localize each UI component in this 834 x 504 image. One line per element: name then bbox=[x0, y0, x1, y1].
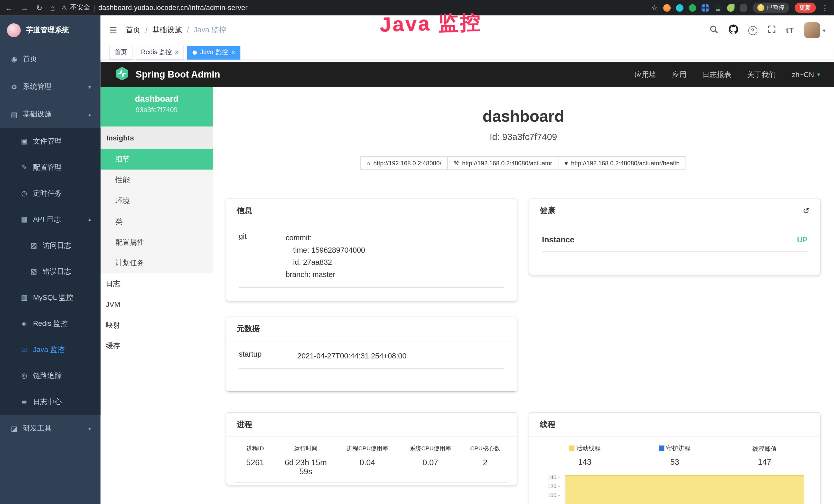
sba-item-classes[interactable]: 类 bbox=[101, 211, 213, 232]
sidebar-item-java-monitor[interactable]: ⊡ Java 监控 bbox=[0, 337, 101, 363]
help-icon[interactable]: ? bbox=[748, 26, 757, 35]
breadcrumb-home[interactable]: 首页 bbox=[126, 25, 140, 35]
back-icon[interactable]: ← bbox=[5, 3, 13, 12]
fullscreen-icon[interactable] bbox=[767, 25, 776, 36]
status-badge: UP bbox=[797, 235, 807, 244]
url-text[interactable]: dashboard.yudao.iocoder.cn/infra/admin-s… bbox=[98, 4, 248, 12]
sidebar-item-api-logs[interactable]: ▦ API 日志 ▴ bbox=[0, 206, 101, 232]
sba-nav-journal[interactable]: 日志报表 bbox=[702, 70, 731, 79]
sba-language-select[interactable]: zh~CN ▾ bbox=[792, 71, 820, 78]
close-icon[interactable]: × bbox=[231, 49, 235, 56]
process-table: 进程ID 5261 运行时间 6d 23h 15m 59s 进程CPU使用率 0… bbox=[226, 437, 517, 476]
sidebar-item-label: API 日志 bbox=[33, 215, 61, 224]
col-header: 运行时间 bbox=[279, 444, 333, 452]
grid-extension-icon[interactable] bbox=[701, 4, 709, 12]
sba-item-mappings[interactable]: 映射 bbox=[101, 315, 213, 336]
tab-java-monitor[interactable]: Java 监控 × bbox=[187, 45, 240, 59]
y-tick: 120 bbox=[540, 482, 563, 491]
sba-item-metrics[interactable]: 性能 bbox=[101, 170, 213, 190]
user-avatar[interactable] bbox=[804, 22, 820, 38]
github-icon[interactable] bbox=[728, 24, 738, 36]
process-col-system-cpu: 系统CPU使用率 0.07 bbox=[399, 444, 462, 476]
process-col-process-cpu: 进程CPU使用率 0.04 bbox=[336, 444, 399, 476]
font-size-icon[interactable]: tT bbox=[786, 26, 794, 35]
live-threads-area bbox=[565, 475, 804, 504]
col-value: 6d 23h 15m 59s bbox=[279, 458, 333, 476]
tab-redis-monitor[interactable]: Redis 监控 × bbox=[136, 45, 184, 59]
sba-instance-header[interactable]: dashboard 93a3fc7f7409 bbox=[101, 87, 213, 127]
browser-actions: ☆ on 已暂停 更新 ⋮ bbox=[651, 3, 829, 13]
gear-icon: ⚙ bbox=[10, 83, 18, 91]
metadata-card: 元数据 startup 2021-04-27T00:44:31.254+08:0… bbox=[226, 317, 517, 391]
sidebar-item-config-management[interactable]: ✎ 配置管理 bbox=[0, 154, 101, 180]
sidebar-item-infrastructure[interactable]: ▤ 基础设施 ▴ bbox=[0, 100, 101, 128]
tab-home[interactable]: 首页 bbox=[109, 45, 132, 59]
sba-item-environment[interactable]: 环境 bbox=[101, 190, 213, 211]
actuator-url-link[interactable]: ⚒ http://192.168.0.2:48080/actuator bbox=[447, 156, 558, 170]
sidebar-item-redis-monitor[interactable]: ◈ Redis 监控 bbox=[0, 311, 101, 336]
address-separator: | bbox=[93, 4, 95, 12]
sba-item-logs[interactable]: 日志 bbox=[101, 273, 213, 294]
sba-item-jvm[interactable]: JVM bbox=[101, 294, 213, 315]
forward-icon[interactable]: → bbox=[21, 3, 28, 12]
sba-nav-wallboard[interactable]: 应用墙 bbox=[635, 70, 656, 79]
sidebar-item-file-management[interactable]: ▣ 文件管理 bbox=[0, 128, 101, 154]
address-bar[interactable]: ⚠ 不安全 | dashboard.yudao.iocoder.cn/infra… bbox=[61, 3, 248, 12]
reload-icon[interactable]: ↻ bbox=[36, 3, 42, 12]
drop-extension-icon[interactable] bbox=[676, 4, 683, 12]
sba-main: dashboard Id: 93a3fc7f7409 ⌂ http://192.… bbox=[213, 87, 834, 504]
user-menu[interactable]: ▾ bbox=[804, 22, 826, 38]
sba-item-config-props[interactable]: 配置属性 bbox=[101, 232, 213, 253]
fox-extension-icon[interactable] bbox=[663, 4, 671, 12]
app-logo[interactable]: 芋道管理系统 bbox=[0, 16, 101, 45]
sidebar-item-home[interactable]: ◉ 首页 bbox=[0, 45, 101, 73]
profile-paused-chip[interactable]: 已暂停 bbox=[752, 3, 789, 13]
file-icon: ▣ bbox=[20, 137, 28, 145]
chrome-update-button[interactable]: 更新 bbox=[795, 3, 816, 13]
sidebar-item-error-logs[interactable]: ▧ 错误日志 bbox=[0, 258, 101, 284]
on-badge-extension-icon[interactable]: on bbox=[714, 4, 722, 12]
breadcrumb: 首页 / 基础设施 / Java 监控 bbox=[126, 25, 226, 35]
sidebar-item-scheduled-tasks[interactable]: ◷ 定时任务 bbox=[0, 180, 101, 206]
sba-item-scheduled-tasks[interactable]: 计划任务 bbox=[101, 253, 213, 273]
sba-brand[interactable]: Spring Boot Admin bbox=[114, 66, 220, 84]
trace-icon: ◎ bbox=[20, 371, 28, 380]
redis-icon: ◈ bbox=[20, 319, 28, 327]
browser-menu-icon[interactable]: ⋮ bbox=[821, 3, 829, 12]
sidebar-item-mysql-monitor[interactable]: ▥ MySQL 监控 bbox=[0, 284, 101, 311]
error-log-icon: ▧ bbox=[30, 268, 38, 275]
spring-boot-admin-frame: Spring Boot Admin 应用墙 应用 日志报表 关于我们 zh~CN… bbox=[101, 62, 834, 504]
link-label: http://192.168.0.2:48080/ bbox=[373, 160, 441, 166]
green-extension-icon[interactable] bbox=[689, 4, 696, 12]
screen: ← → ↻ ⌂ ⚠ 不安全 | dashboard.yudao.iocoder.… bbox=[0, 0, 834, 504]
browser-nav: ← → ↻ ⌂ bbox=[5, 3, 55, 12]
service-url-link[interactable]: ⌂ http://192.168.0.2:48080/ bbox=[360, 156, 448, 170]
sidebar-item-dev-tools[interactable]: ◪ 研发工具 ▾ bbox=[0, 415, 101, 442]
sba-item-details[interactable]: 细节 bbox=[101, 149, 213, 170]
git-value: commit: time: 1596289704000 id: 27aa832 … bbox=[286, 232, 504, 281]
search-icon[interactable] bbox=[709, 25, 719, 36]
sidebar-item-system-management[interactable]: ⚙ 系统管理 ▾ bbox=[0, 73, 101, 101]
sidebar-item-log-center[interactable]: ≣ 日志中心 bbox=[0, 389, 101, 415]
dark-extension-icon[interactable] bbox=[740, 4, 747, 12]
health-card-title: 健康 bbox=[540, 206, 555, 216]
close-icon[interactable]: × bbox=[175, 49, 179, 56]
instance-health-row[interactable]: Instance UP bbox=[542, 235, 807, 252]
sba-nav-about[interactable]: 关于我们 bbox=[747, 70, 776, 79]
home-icon[interactable]: ⌂ bbox=[50, 3, 55, 12]
sba-item-caches[interactable]: 缓存 bbox=[101, 336, 213, 357]
git-key: git bbox=[239, 232, 286, 281]
bookmark-star-icon[interactable]: ☆ bbox=[651, 3, 658, 12]
info-card-title: 信息 bbox=[226, 199, 517, 223]
sidebar-item-label: 定时任务 bbox=[33, 188, 62, 198]
sba-nav-applications[interactable]: 应用 bbox=[672, 70, 686, 79]
home-icon: ⌂ bbox=[367, 160, 370, 166]
security-warning-icon[interactable]: ⚠ bbox=[61, 4, 67, 12]
sidebar-item-access-logs[interactable]: ▨ 访问日志 bbox=[0, 232, 101, 258]
sidebar-item-trace[interactable]: ◎ 链路追踪 bbox=[0, 363, 101, 388]
health-url-link[interactable]: ♥ http://192.168.0.2:48080/actuator/heal… bbox=[558, 156, 686, 170]
breadcrumb-infrastructure[interactable]: 基础设施 bbox=[152, 25, 182, 35]
leaf-extension-icon[interactable] bbox=[727, 4, 734, 12]
hamburger-icon[interactable]: ☰ bbox=[109, 25, 117, 36]
history-icon[interactable]: ↺ bbox=[803, 206, 810, 215]
